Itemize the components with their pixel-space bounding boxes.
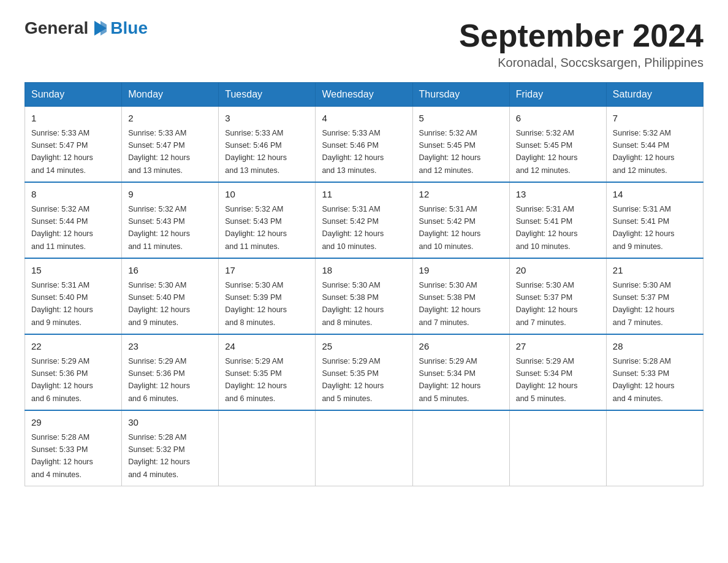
week-row-5: 29 Sunrise: 5:28 AMSunset: 5:33 PMDaylig… <box>25 410 703 486</box>
day-cell: 3 Sunrise: 5:33 AMSunset: 5:46 PMDayligh… <box>219 107 316 183</box>
day-cell: 29 Sunrise: 5:28 AMSunset: 5:33 PMDaylig… <box>25 410 122 486</box>
calendar-table: SundayMondayTuesdayWednesdayThursdayFrid… <box>25 82 703 486</box>
day-info: Sunrise: 5:30 AMSunset: 5:39 PMDaylight:… <box>225 281 287 327</box>
day-info: Sunrise: 5:28 AMSunset: 5:33 PMDaylight:… <box>31 433 93 479</box>
day-number: 16 <box>128 264 212 278</box>
day-cell <box>219 410 316 486</box>
day-number: 27 <box>516 340 600 354</box>
day-info: Sunrise: 5:32 AMSunset: 5:43 PMDaylight:… <box>225 205 287 251</box>
day-cell: 10 Sunrise: 5:32 AMSunset: 5:43 PMDaylig… <box>219 182 316 258</box>
day-info: Sunrise: 5:30 AMSunset: 5:40 PMDaylight:… <box>128 281 190 327</box>
day-number: 12 <box>419 188 503 202</box>
page-header: General Blue September 2024 Koronadal, S… <box>25 18 703 70</box>
day-cell: 12 Sunrise: 5:31 AMSunset: 5:42 PMDaylig… <box>412 182 509 258</box>
day-info: Sunrise: 5:31 AMSunset: 5:42 PMDaylight:… <box>419 205 481 251</box>
day-info: Sunrise: 5:30 AMSunset: 5:37 PMDaylight:… <box>516 281 578 327</box>
day-cell: 13 Sunrise: 5:31 AMSunset: 5:41 PMDaylig… <box>509 182 606 258</box>
day-number: 15 <box>31 264 115 278</box>
logo-text-blue: Blue <box>110 18 148 38</box>
day-cell: 16 Sunrise: 5:30 AMSunset: 5:40 PMDaylig… <box>122 258 219 334</box>
day-info: Sunrise: 5:33 AMSunset: 5:46 PMDaylight:… <box>322 129 384 175</box>
day-info: Sunrise: 5:33 AMSunset: 5:47 PMDaylight:… <box>128 129 190 175</box>
day-info: Sunrise: 5:32 AMSunset: 5:43 PMDaylight:… <box>128 205 190 251</box>
day-info: Sunrise: 5:29 AMSunset: 5:36 PMDaylight:… <box>31 357 93 403</box>
day-number: 7 <box>613 112 697 126</box>
day-number: 4 <box>322 112 406 126</box>
day-number: 8 <box>31 188 115 202</box>
day-cell: 23 Sunrise: 5:29 AMSunset: 5:36 PMDaylig… <box>122 334 219 410</box>
header-friday: Friday <box>509 83 606 107</box>
location-subtitle: Koronadal, Soccsksargen, Philippines <box>459 56 703 70</box>
logo-text-general: General <box>25 18 88 38</box>
header-sunday: Sunday <box>25 83 122 107</box>
day-number: 17 <box>225 264 309 278</box>
day-number: 1 <box>31 112 115 126</box>
day-number: 6 <box>516 112 600 126</box>
day-info: Sunrise: 5:32 AMSunset: 5:45 PMDaylight:… <box>516 129 578 175</box>
title-section: September 2024 Koronadal, Soccsksargen, … <box>459 18 703 70</box>
header-wednesday: Wednesday <box>316 83 412 107</box>
day-cell: 27 Sunrise: 5:29 AMSunset: 5:34 PMDaylig… <box>509 334 606 410</box>
header-tuesday: Tuesday <box>219 83 316 107</box>
day-cell: 1 Sunrise: 5:33 AMSunset: 5:47 PMDayligh… <box>25 107 122 183</box>
day-info: Sunrise: 5:32 AMSunset: 5:44 PMDaylight:… <box>613 129 675 175</box>
week-row-1: 1 Sunrise: 5:33 AMSunset: 5:47 PMDayligh… <box>25 107 703 183</box>
day-info: Sunrise: 5:29 AMSunset: 5:36 PMDaylight:… <box>128 357 190 403</box>
day-cell: 9 Sunrise: 5:32 AMSunset: 5:43 PMDayligh… <box>122 182 219 258</box>
day-info: Sunrise: 5:29 AMSunset: 5:34 PMDaylight:… <box>419 357 481 403</box>
day-info: Sunrise: 5:28 AMSunset: 5:32 PMDaylight:… <box>128 433 190 479</box>
day-info: Sunrise: 5:31 AMSunset: 5:41 PMDaylight:… <box>516 205 578 251</box>
day-info: Sunrise: 5:29 AMSunset: 5:35 PMDaylight:… <box>225 357 287 403</box>
day-cell: 19 Sunrise: 5:30 AMSunset: 5:38 PMDaylig… <box>412 258 509 334</box>
day-info: Sunrise: 5:30 AMSunset: 5:38 PMDaylight:… <box>419 281 481 327</box>
day-number: 13 <box>516 188 600 202</box>
day-number: 22 <box>31 340 115 354</box>
day-number: 2 <box>128 112 212 126</box>
month-title: September 2024 <box>459 18 703 53</box>
day-number: 29 <box>31 416 115 430</box>
day-cell: 20 Sunrise: 5:30 AMSunset: 5:37 PMDaylig… <box>509 258 606 334</box>
day-info: Sunrise: 5:33 AMSunset: 5:46 PMDaylight:… <box>225 129 287 175</box>
day-info: Sunrise: 5:31 AMSunset: 5:42 PMDaylight:… <box>322 205 384 251</box>
day-cell: 21 Sunrise: 5:30 AMSunset: 5:37 PMDaylig… <box>606 258 703 334</box>
day-cell: 15 Sunrise: 5:31 AMSunset: 5:40 PMDaylig… <box>25 258 122 334</box>
header-thursday: Thursday <box>412 83 509 107</box>
day-cell <box>316 410 412 486</box>
day-cell: 6 Sunrise: 5:32 AMSunset: 5:45 PMDayligh… <box>509 107 606 183</box>
week-row-3: 15 Sunrise: 5:31 AMSunset: 5:40 PMDaylig… <box>25 258 703 334</box>
header-saturday: Saturday <box>606 83 703 107</box>
day-number: 9 <box>128 188 212 202</box>
day-cell: 28 Sunrise: 5:28 AMSunset: 5:33 PMDaylig… <box>606 334 703 410</box>
day-number: 25 <box>322 340 406 354</box>
day-cell: 8 Sunrise: 5:32 AMSunset: 5:44 PMDayligh… <box>25 182 122 258</box>
day-cell: 17 Sunrise: 5:30 AMSunset: 5:39 PMDaylig… <box>219 258 316 334</box>
day-cell: 22 Sunrise: 5:29 AMSunset: 5:36 PMDaylig… <box>25 334 122 410</box>
calendar-header-row: SundayMondayTuesdayWednesdayThursdayFrid… <box>25 83 703 107</box>
day-info: Sunrise: 5:28 AMSunset: 5:33 PMDaylight:… <box>613 357 675 403</box>
day-info: Sunrise: 5:32 AMSunset: 5:45 PMDaylight:… <box>419 129 481 175</box>
day-number: 19 <box>419 264 503 278</box>
day-number: 18 <box>322 264 406 278</box>
day-cell <box>509 410 606 486</box>
day-number: 14 <box>613 188 697 202</box>
day-cell: 30 Sunrise: 5:28 AMSunset: 5:32 PMDaylig… <box>122 410 219 486</box>
day-cell: 11 Sunrise: 5:31 AMSunset: 5:42 PMDaylig… <box>316 182 412 258</box>
day-cell: 5 Sunrise: 5:32 AMSunset: 5:45 PMDayligh… <box>412 107 509 183</box>
day-info: Sunrise: 5:31 AMSunset: 5:41 PMDaylight:… <box>613 205 675 251</box>
svg-marker-1 <box>100 21 107 36</box>
day-cell: 24 Sunrise: 5:29 AMSunset: 5:35 PMDaylig… <box>219 334 316 410</box>
day-number: 23 <box>128 340 212 354</box>
day-cell: 4 Sunrise: 5:33 AMSunset: 5:46 PMDayligh… <box>316 107 412 183</box>
day-number: 11 <box>322 188 406 202</box>
day-number: 26 <box>419 340 503 354</box>
day-number: 28 <box>613 340 697 354</box>
day-number: 24 <box>225 340 309 354</box>
week-row-2: 8 Sunrise: 5:32 AMSunset: 5:44 PMDayligh… <box>25 182 703 258</box>
day-cell <box>606 410 703 486</box>
day-info: Sunrise: 5:33 AMSunset: 5:47 PMDaylight:… <box>31 129 93 175</box>
header-monday: Monday <box>122 83 219 107</box>
day-cell: 14 Sunrise: 5:31 AMSunset: 5:41 PMDaylig… <box>606 182 703 258</box>
logo-icon <box>89 18 109 38</box>
day-cell: 2 Sunrise: 5:33 AMSunset: 5:47 PMDayligh… <box>122 107 219 183</box>
day-cell: 25 Sunrise: 5:29 AMSunset: 5:35 PMDaylig… <box>316 334 412 410</box>
